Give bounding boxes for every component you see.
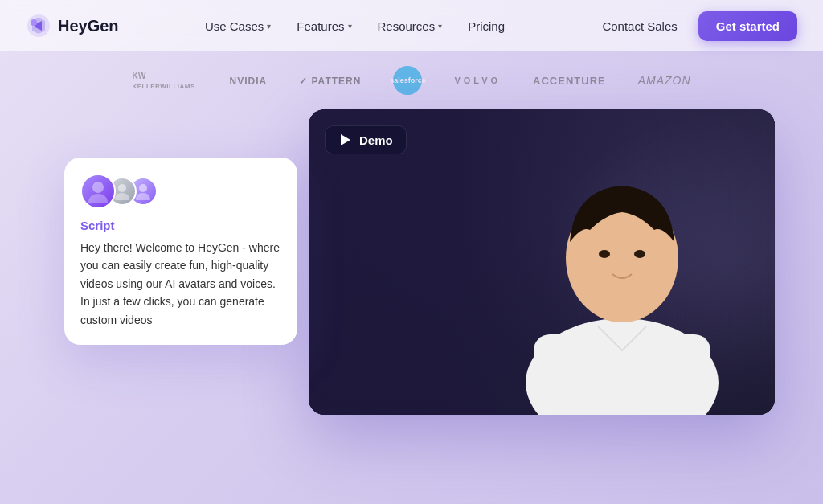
nav-right: Contact Sales Get started [591,11,797,41]
logo-amazon: amazon [638,74,691,87]
video-card[interactable]: Demo [309,109,775,415]
brand-name: HeyGen [58,17,119,35]
svg-point-3 [88,194,108,203]
video-inner: Demo [309,109,775,415]
script-text: Hey there! Welcome to HeyGen - where you… [80,239,281,329]
logo-pattern: ✓ pattern [299,75,361,87]
nav-resources[interactable]: Resources ▾ [366,13,454,39]
person-figure [469,109,775,415]
avatar-main [80,174,116,209]
logo-salesforce: salesforce [393,66,422,95]
play-icon [338,133,353,147]
chevron-down-icon: ▾ [438,22,442,31]
logos-bar: kwKELLERWILLIAMS. NVIDIA ✓ pattern sales… [0,51,823,109]
svg-point-2 [92,182,104,193]
svg-point-12 [599,250,610,258]
chevron-down-icon: ▾ [348,22,352,31]
logo[interactable]: HeyGen [26,13,119,39]
main-content: Script Hey there! Welcome to HeyGen - wh… [0,109,823,504]
script-label: Script [80,219,281,232]
logo-nvidia: NVIDIA [230,75,268,87]
chevron-down-icon: ▾ [267,22,271,31]
svg-point-4 [118,184,126,192]
logo-kw: kwKELLERWILLIAMS. [132,71,197,90]
svg-rect-9 [534,334,710,415]
avatar-person-2-icon [113,182,131,200]
play-triangle [341,134,350,145]
demo-label: Demo [359,133,393,147]
avatar-row [80,174,281,209]
logo-accenture: accenture [533,75,606,87]
contact-sales-link[interactable]: Contact Sales [591,13,688,39]
script-card: Script Hey there! Welcome to HeyGen - wh… [64,158,297,345]
svg-point-1 [31,19,37,26]
svg-point-5 [115,193,129,200]
nav-use-cases[interactable]: Use Cases ▾ [194,13,282,39]
svg-point-13 [634,250,645,258]
svg-point-7 [136,193,150,200]
nav-links: Use Cases ▾ Features ▾ Resources ▾ Prici… [194,13,516,39]
nav-pricing[interactable]: Pricing [457,13,516,39]
demo-badge[interactable]: Demo [325,125,407,154]
avatar-person-3-icon [134,182,152,200]
logo-volvo: VOLVO [454,75,501,86]
svg-point-6 [139,184,147,192]
avatar-person-1-icon [86,179,110,203]
heygen-logo-icon [26,13,51,39]
nav-features[interactable]: Features ▾ [285,13,362,39]
navbar: HeyGen Use Cases ▾ Features ▾ Resources … [0,0,823,51]
get-started-button[interactable]: Get started [698,11,797,41]
